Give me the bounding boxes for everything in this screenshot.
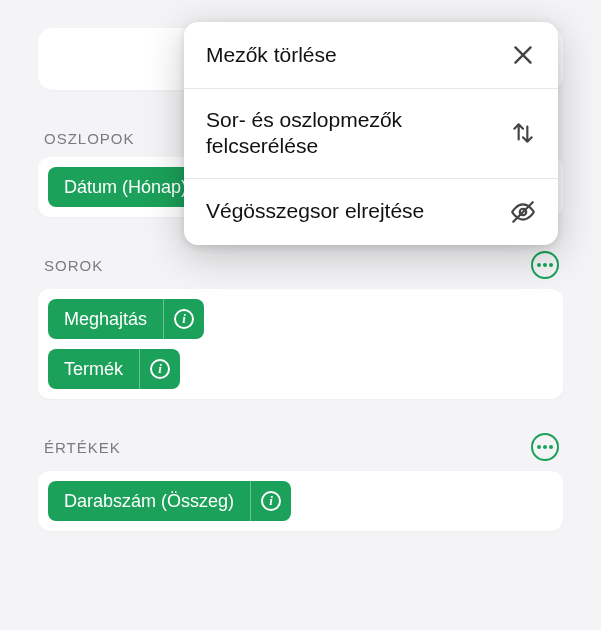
- rows-more-button[interactable]: [531, 251, 559, 279]
- values-section: ÉRTÉKEK Darabszám (Összeg) i: [38, 433, 563, 531]
- info-icon: i: [174, 309, 194, 329]
- values-pill-row: Darabszám (Összeg) i: [38, 471, 563, 531]
- row-field-label: Termék: [48, 349, 139, 389]
- close-icon: [508, 40, 538, 70]
- clear-fields-label: Mezők törlése: [206, 42, 508, 68]
- info-icon: i: [150, 359, 170, 379]
- swap-icon: [508, 118, 538, 148]
- rows-pill-row: Meghajtás i Termék i: [38, 289, 563, 399]
- row-field-pill[interactable]: Termék i: [48, 349, 180, 389]
- row-field-info-button[interactable]: i: [140, 349, 180, 389]
- row-field-info-button[interactable]: i: [164, 299, 204, 339]
- row-field-label: Meghajtás: [48, 299, 163, 339]
- more-icon: [537, 445, 553, 449]
- clear-fields-item[interactable]: Mezők törlése: [184, 22, 558, 89]
- column-field-label: Dátum (Hónap): [48, 167, 203, 207]
- more-icon: [537, 263, 553, 267]
- value-field-label: Darabszám (Összeg): [48, 481, 250, 521]
- hide-grand-total-label: Végösszegsor elrejtése: [206, 198, 508, 224]
- values-more-button[interactable]: [531, 433, 559, 461]
- values-title: ÉRTÉKEK: [44, 439, 121, 456]
- eye-off-icon: [508, 197, 538, 227]
- swap-fields-label: Sor- és oszlopmezők felcserélése: [206, 107, 508, 160]
- value-field-info-button[interactable]: i: [251, 481, 291, 521]
- info-icon: i: [261, 491, 281, 511]
- columns-title: OSZLOPOK: [44, 130, 135, 147]
- rows-section: SOROK Meghajtás i Termék i: [38, 251, 563, 399]
- value-field-pill[interactable]: Darabszám (Összeg) i: [48, 481, 291, 521]
- columns-options-popover: Mezők törlése Sor- és oszlopmezők felcse…: [184, 22, 558, 245]
- row-field-pill[interactable]: Meghajtás i: [48, 299, 204, 339]
- swap-fields-item[interactable]: Sor- és oszlopmezők felcserélése: [184, 89, 558, 179]
- rows-title: SOROK: [44, 257, 103, 274]
- hide-grand-total-item[interactable]: Végösszegsor elrejtése: [184, 179, 558, 245]
